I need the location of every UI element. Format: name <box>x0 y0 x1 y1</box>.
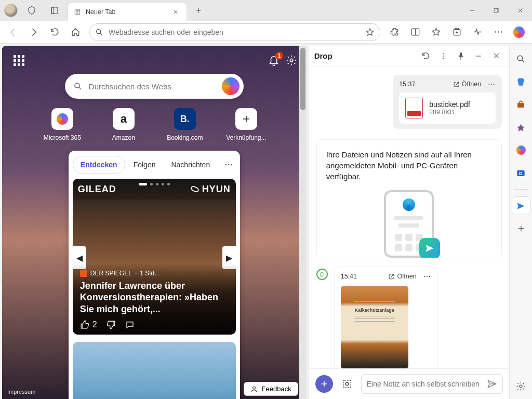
quicklink-microsoft365[interactable]: Microsoft 365 <box>42 108 83 141</box>
svg-point-23 <box>494 84 495 85</box>
ad-brand-left: GILEAD <box>78 184 116 195</box>
drop-refresh-button[interactable] <box>418 48 433 64</box>
svg-point-14 <box>228 164 229 165</box>
drop-close-button[interactable] <box>488 48 504 64</box>
hero-article[interactable]: GILEADHYUN ◀ ▶ DER SPIEGEL·1 Std. Jennif… <box>73 179 236 335</box>
svg-point-18 <box>443 53 444 54</box>
health-button[interactable] <box>468 23 487 42</box>
file-attachment[interactable]: busticket.pdf 289.8KB <box>399 92 496 124</box>
like-button[interactable]: 2 <box>80 320 97 329</box>
dislike-button[interactable] <box>107 320 116 329</box>
svg-rect-28 <box>343 380 351 388</box>
browser-tab[interactable]: Neuer Tab <box>68 2 187 21</box>
address-input[interactable] <box>109 28 360 36</box>
drop-more-button[interactable] <box>435 48 451 64</box>
drop-add-button[interactable] <box>315 375 333 393</box>
tab-actions-icon[interactable] <box>46 2 63 19</box>
sidebar-add-button[interactable] <box>512 220 530 237</box>
svg-point-15 <box>231 164 232 165</box>
svg-point-9 <box>498 31 499 33</box>
app-launcher-icon[interactable] <box>11 53 26 68</box>
drop-scan-button[interactable] <box>338 375 356 393</box>
send-icon[interactable] <box>487 379 497 389</box>
msg2-time: 15:41 <box>341 273 357 280</box>
profile-avatar[interactable] <box>4 4 18 17</box>
msg2-more-button[interactable] <box>423 272 431 281</box>
browser-toolbar <box>0 21 532 44</box>
sidebar-m365-icon[interactable] <box>512 141 530 159</box>
tab-close-button[interactable] <box>170 6 181 18</box>
sidebar-tools-icon[interactable] <box>512 96 530 113</box>
edge-sidebar: O <box>509 46 532 399</box>
svg-point-8 <box>495 31 496 33</box>
window-close-button[interactable] <box>508 0 532 21</box>
address-bar[interactable] <box>89 23 380 41</box>
more-menu-button[interactable] <box>488 23 508 42</box>
drop-info-card: Ihre Dateien und Notizen sind auf all Ih… <box>316 139 502 258</box>
copilot-icon[interactable] <box>222 77 240 95</box>
favorites-button[interactable] <box>426 23 446 42</box>
feed-card: Entdecken Folgen Nachrichten GILEADHYUN … <box>69 151 240 399</box>
extensions-button[interactable] <box>384 23 404 42</box>
forward-button[interactable] <box>24 23 44 42</box>
back-button[interactable] <box>3 23 23 42</box>
quicklink-booking[interactable]: B.Booking.com <box>164 108 206 141</box>
file-name: busticket.pdf <box>429 100 470 109</box>
file-size: 289.8KB <box>429 109 470 116</box>
page-settings-button[interactable] <box>286 55 297 66</box>
drop-note-input[interactable] <box>361 374 503 394</box>
notifications-button[interactable]: 1 <box>268 55 280 66</box>
drop-info-text: Ihre Dateien und Notizen sind auf all Ih… <box>326 149 492 182</box>
msg1-more-button[interactable] <box>487 80 496 88</box>
msg1-time: 15:37 <box>399 81 415 88</box>
window-minimize-button[interactable] <box>460 0 484 21</box>
image-attachment[interactable]: Kalkschutzanlage <box>341 286 408 368</box>
msg2-open-button[interactable]: Öffnen <box>388 273 416 280</box>
tab-title: Neuer Tab <box>86 8 166 16</box>
quicklink-amazon[interactable]: aAmazon <box>103 108 144 141</box>
search-icon <box>95 28 103 36</box>
svg-rect-0 <box>51 7 58 14</box>
feed-tab-follow[interactable]: Folgen <box>126 156 163 173</box>
web-search-input[interactable] <box>89 82 216 91</box>
svg-point-12 <box>75 83 79 88</box>
feed-tab-news[interactable]: Nachrichten <box>164 156 217 173</box>
collections-button[interactable] <box>447 23 467 42</box>
sidebar-settings-icon[interactable] <box>512 377 530 395</box>
sidebar-games-icon[interactable] <box>512 118 530 136</box>
window-maximize-button[interactable] <box>484 0 508 21</box>
msg1-open-button[interactable]: Öffnen <box>453 81 481 88</box>
drop-title: Drop <box>314 51 332 60</box>
sidebar-shopping-icon[interactable] <box>512 73 530 90</box>
svg-point-25 <box>424 276 425 277</box>
feed-tab-discover[interactable]: Entdecken <box>73 156 125 174</box>
home-button[interactable] <box>65 23 85 42</box>
second-article[interactable] <box>73 342 236 399</box>
sidebar-drop-icon[interactable] <box>512 197 530 215</box>
copilot-button[interactable] <box>509 23 529 42</box>
drop-minimize-button[interactable] <box>471 48 486 64</box>
split-screen-button[interactable] <box>405 23 425 42</box>
quicklink-add[interactable]: Verknüpfung... <box>225 108 267 141</box>
svg-point-21 <box>489 84 490 85</box>
svg-point-34 <box>520 385 522 388</box>
drop-message-1: 15:37 Öffnen busticket.pdf 289.8KB <box>393 75 502 129</box>
comment-button[interactable] <box>125 320 135 329</box>
sidebar-search-icon[interactable] <box>512 50 530 68</box>
feedback-button[interactable]: Feedback <box>244 382 298 396</box>
impressum-link[interactable]: Impressum <box>7 389 35 395</box>
refresh-button[interactable] <box>45 23 64 42</box>
new-tab-button[interactable] <box>190 2 207 19</box>
drop-note-field[interactable] <box>367 380 487 388</box>
favorite-star-icon[interactable] <box>365 28 375 37</box>
svg-rect-4 <box>494 9 498 12</box>
web-search-box[interactable] <box>65 74 244 99</box>
feed-more-button[interactable] <box>221 160 236 169</box>
svg-text:O: O <box>519 171 523 176</box>
sidebar-outlook-icon[interactable]: O <box>512 164 530 182</box>
workspaces-icon[interactable] <box>23 2 41 19</box>
article-time: 1 Std. <box>140 270 156 277</box>
drop-pin-button[interactable] <box>453 48 469 64</box>
svg-rect-24 <box>321 272 323 276</box>
svg-point-11 <box>290 59 293 62</box>
